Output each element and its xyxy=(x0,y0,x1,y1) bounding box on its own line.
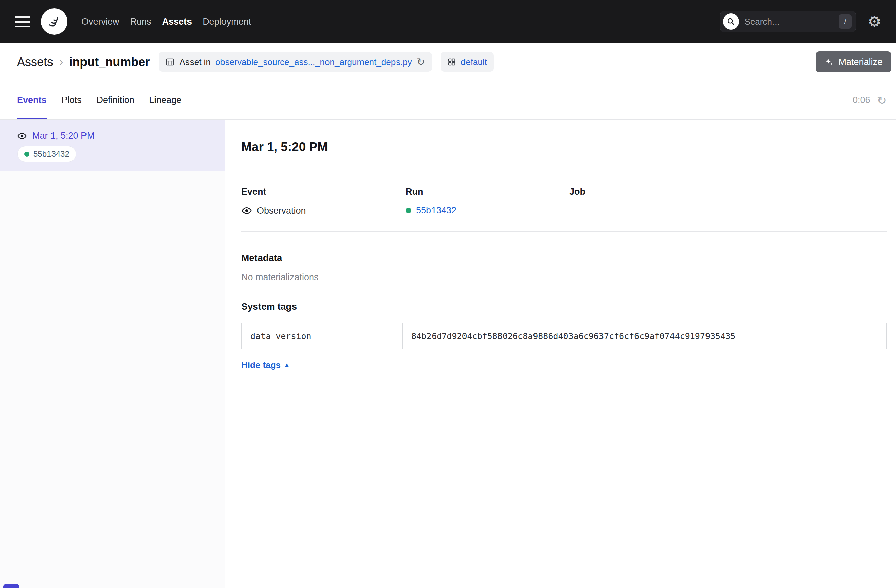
run-status-dot xyxy=(24,152,29,157)
event-column-label: Event xyxy=(241,187,405,197)
system-tags-table: data_version 84b26d7d9204cbf588026c8a988… xyxy=(241,323,887,349)
hide-tags-link[interactable]: Hide tags ▲ xyxy=(241,360,290,370)
swirl-icon xyxy=(46,13,63,30)
page-header: Assets › input_number Asset in observabl… xyxy=(0,43,896,81)
eye-icon xyxy=(241,205,252,216)
nav-item-assets[interactable]: Assets xyxy=(162,17,192,27)
asset-group-badge: default xyxy=(440,52,494,71)
event-list-item[interactable]: Mar 1, 5:20 PM 55b13432 xyxy=(0,120,224,171)
group-default-link[interactable]: default xyxy=(461,57,487,67)
timer-countdown: 0:06 xyxy=(853,95,870,105)
hide-tags-label: Hide tags xyxy=(241,360,281,370)
refresh-icon[interactable]: ↻ xyxy=(877,94,887,106)
nav-item-overview[interactable]: Overview xyxy=(81,17,119,27)
run-status-dot xyxy=(405,208,411,213)
tabs: Events Plots Definition Lineage xyxy=(17,81,181,119)
tab-lineage[interactable]: Lineage xyxy=(149,81,181,119)
asset-badge-prefix: Asset in xyxy=(180,57,211,67)
caret-up-icon: ▲ xyxy=(284,362,290,368)
search-input[interactable] xyxy=(744,16,834,27)
system-tags-heading: System tags xyxy=(241,301,887,312)
content: Mar 1, 5:20 PM 55b13432 Mar 1, 5:20 PM E… xyxy=(0,120,896,588)
dagster-logo[interactable] xyxy=(41,8,67,35)
top-nav: Overview Runs Assets Deployment / ⚙ xyxy=(0,0,896,43)
sparkle-icon xyxy=(824,57,834,67)
event-detail-panel: Mar 1, 5:20 PM Event Observation Run xyxy=(225,120,896,588)
reload-location-icon[interactable]: ↻ xyxy=(417,57,425,67)
event-summary-columns: Event Observation Run 55b13432 xyxy=(241,187,887,216)
asset-location-badge: Asset in observable_source_ass..._non_ar… xyxy=(158,52,432,71)
tag-key-cell: data_version xyxy=(242,323,402,349)
job-column-label: Job xyxy=(569,187,887,197)
event-timestamp: Mar 1, 5:20 PM xyxy=(32,131,94,141)
nav-item-deployment[interactable]: Deployment xyxy=(203,17,251,27)
materialize-button[interactable]: Materialize xyxy=(815,52,891,72)
tag-value-cell: 84b26d7d9204cbf588026c8a9886d403a6c9637c… xyxy=(402,323,886,349)
tab-definition[interactable]: Definition xyxy=(97,81,135,119)
breadcrumb-assets-link[interactable]: Assets xyxy=(17,55,53,69)
menu-icon[interactable] xyxy=(15,16,30,27)
refresh-timer: 0:06 ↻ xyxy=(853,81,887,119)
materialize-label: Materialize xyxy=(838,57,882,67)
tab-plots[interactable]: Plots xyxy=(62,81,82,119)
breadcrumb-chevron-icon: › xyxy=(59,55,63,68)
settings-gear-icon[interactable]: ⚙ xyxy=(868,14,881,29)
event-type-value: Observation xyxy=(257,205,306,216)
divider xyxy=(241,231,887,232)
run-id-label: 55b13432 xyxy=(34,149,69,159)
run-id-link[interactable]: 55b13432 xyxy=(416,205,456,216)
group-icon xyxy=(447,58,456,66)
search-icon xyxy=(723,14,739,30)
metadata-heading: Metadata xyxy=(241,253,887,263)
job-value-empty: — xyxy=(569,205,578,216)
run-column-label: Run xyxy=(405,187,569,197)
nav-item-runs[interactable]: Runs xyxy=(130,17,151,27)
event-detail-title: Mar 1, 5:20 PM xyxy=(241,140,887,154)
tab-events[interactable]: Events xyxy=(17,81,47,119)
primary-nav: Overview Runs Assets Deployment xyxy=(81,17,251,27)
breadcrumb: Assets › input_number xyxy=(17,55,150,69)
page-title: input_number xyxy=(69,55,150,69)
nav-right: / ⚙ xyxy=(720,11,881,32)
eye-icon xyxy=(17,131,27,141)
tabs-row: Events Plots Definition Lineage 0:06 ↻ xyxy=(0,81,896,120)
table-icon xyxy=(165,57,175,67)
event-list-sidebar: Mar 1, 5:20 PM 55b13432 xyxy=(0,120,225,588)
run-id-pill[interactable]: 55b13432 xyxy=(17,146,76,162)
code-location-link[interactable]: observable_source_ass..._non_argument_de… xyxy=(215,57,412,67)
search-box[interactable]: / xyxy=(720,11,856,32)
metadata-empty-text: No materializations xyxy=(241,272,887,283)
search-shortcut-key: / xyxy=(839,14,852,29)
bottom-left-blue-indicator[interactable] xyxy=(3,584,19,588)
